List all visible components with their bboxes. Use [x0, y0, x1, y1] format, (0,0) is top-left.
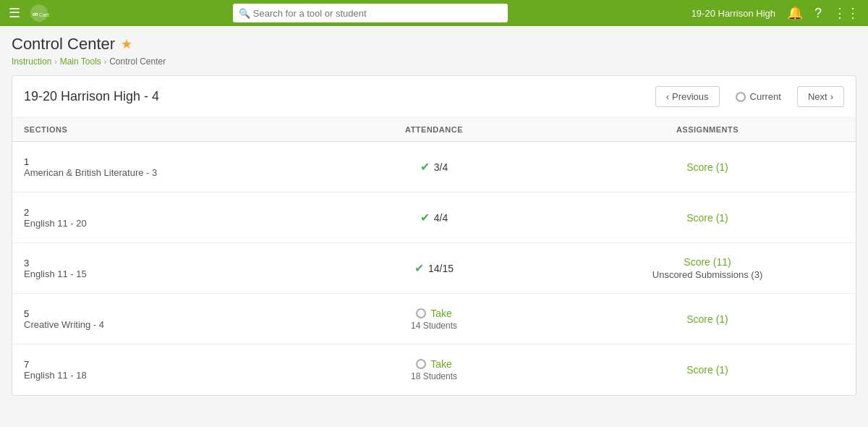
attendance-cell-0: ✔ 3/4 [297, 160, 571, 174]
svg-text:∞: ∞ [33, 9, 38, 18]
attendance-value: ✔ 4/4 [297, 211, 571, 224]
search-icon: 🔍 [239, 8, 250, 19]
score-link[interactable]: Score (1) [686, 212, 728, 224]
take-row: Take [416, 308, 452, 319]
score-link[interactable]: Score (11) [684, 256, 731, 268]
take-attendance-container: Take 18 Students [297, 358, 571, 381]
empty-circle-icon [416, 308, 426, 318]
attendance-number: 14/15 [428, 263, 454, 274]
table-row: 1 American & British Literature - 3 ✔ 3/… [12, 142, 856, 193]
section-name: American & British Literature - 3 [24, 167, 297, 178]
table-body: 1 American & British Literature - 3 ✔ 3/… [12, 142, 856, 395]
section-name: English 11 - 18 [24, 370, 297, 381]
current-label: Current [750, 91, 781, 102]
attendance-cell-2: ✔ 14/15 [297, 261, 571, 275]
breadcrumb-main-tools[interactable]: Main Tools [60, 56, 101, 67]
chevron-left-icon: ‹ [666, 91, 669, 102]
period-nav-controls: ‹ Previous Current Next › [655, 86, 844, 107]
nav-right: 19-20 Harrison High 🔔 ? ⋮⋮ [692, 5, 859, 21]
check-icon: ✔ [420, 211, 430, 224]
help-icon[interactable]: ? [814, 6, 822, 21]
breadcrumb-sep-1: › [54, 58, 56, 66]
check-icon: ✔ [414, 261, 424, 275]
take-row: Take [416, 358, 452, 370]
card-header: 19-20 Harrison High - 4 ‹ Previous Curre… [12, 76, 856, 118]
attendance-value: ✔ 3/4 [297, 160, 571, 174]
assignments-cell-2: Score (11)Unscored Submissions (3) [571, 256, 844, 280]
section-num: 7 [24, 359, 297, 370]
breadcrumb-instruction[interactable]: Instruction [12, 56, 51, 67]
table-row: 5 Creative Writing - 4 Take 14 Students … [12, 294, 856, 344]
section-num: 3 [24, 258, 297, 269]
assignments-cell-0: Score (1) [571, 161, 844, 173]
apps-icon[interactable]: ⋮⋮ [833, 5, 859, 21]
breadcrumb: Instruction › Main Tools › Control Cente… [12, 56, 856, 67]
attendance-cell-1: ✔ 4/4 [297, 211, 571, 224]
section-name: English 11 - 15 [24, 269, 297, 279]
logo-icon: ∞ Campus [29, 3, 49, 23]
previous-label: Previous [672, 91, 709, 102]
attendance-cell-3: Take 14 Students [297, 308, 571, 331]
card-title: 19-20 Harrison High - 4 [24, 89, 159, 104]
students-count: 14 Students [411, 321, 457, 331]
table-row: 7 English 11 - 18 Take 18 Students Score… [12, 344, 856, 395]
take-label[interactable]: Take [430, 358, 452, 370]
section-num: 2 [24, 207, 297, 218]
section-num: 5 [24, 308, 297, 319]
page-title: Control Center [12, 35, 115, 54]
section-cell-1: 2 English 11 - 20 [24, 207, 297, 229]
next-button[interactable]: Next › [797, 86, 844, 107]
svg-text:Campus: Campus [39, 12, 49, 18]
unscored-label: Unscored Submissions (3) [571, 269, 844, 280]
section-name: English 11 - 20 [24, 218, 297, 229]
assignments-cell-1: Score (1) [571, 212, 844, 224]
breadcrumb-current: Control Center [109, 56, 166, 67]
assignments-cell-3: Score (1) [571, 313, 844, 325]
current-button[interactable]: Current [726, 87, 791, 106]
main-card: 19-20 Harrison High - 4 ‹ Previous Curre… [12, 75, 856, 396]
section-cell-4: 7 English 11 - 18 [24, 359, 297, 381]
section-cell-2: 3 English 11 - 15 [24, 258, 297, 279]
score-link[interactable]: Score (1) [686, 364, 728, 376]
top-navigation: ☰ ∞ Campus 🔍 19-20 Harrison High 🔔 ? ⋮⋮ [0, 0, 868, 26]
empty-circle-icon [416, 359, 426, 369]
score-link[interactable]: Score (1) [686, 161, 728, 173]
attendance-cell-4: Take 18 Students [297, 358, 571, 381]
students-count: 18 Students [411, 371, 457, 381]
bell-icon[interactable]: 🔔 [787, 5, 803, 21]
table-row: 2 English 11 - 20 ✔ 4/4 Score (1) [12, 193, 856, 243]
col-header-assignments: ASSIGNMENTS [571, 125, 844, 134]
favorite-star-icon[interactable]: ★ [121, 36, 132, 52]
table-header: SECTIONS ATTENDANCE ASSIGNMENTS [12, 118, 856, 142]
search-wrapper: 🔍 [58, 4, 683, 22]
col-header-sections: SECTIONS [24, 125, 297, 134]
page-title-row: Control Center ★ [12, 35, 856, 54]
next-label: Next [808, 91, 827, 102]
check-icon: ✔ [420, 160, 430, 174]
hamburger-menu-icon[interactable]: ☰ [9, 5, 20, 21]
section-num: 1 [24, 156, 297, 167]
school-label: 19-20 Harrison High [692, 8, 775, 19]
chevron-right-icon: › [830, 91, 833, 102]
attendance-number: 4/4 [434, 212, 448, 224]
attendance-value: ✔ 14/15 [297, 261, 571, 275]
table-row: 3 English 11 - 15 ✔ 14/15 Score (11)Unsc… [12, 243, 856, 294]
attendance-number: 3/4 [434, 161, 448, 173]
search-input[interactable] [233, 4, 508, 22]
take-label[interactable]: Take [430, 308, 452, 319]
section-name: Creative Writing - 4 [24, 319, 297, 330]
section-cell-3: 5 Creative Writing - 4 [24, 308, 297, 330]
search-container: 🔍 [233, 4, 508, 22]
assignments-cell-4: Score (1) [571, 364, 844, 376]
section-cell-0: 1 American & British Literature - 3 [24, 156, 297, 178]
page-content: Control Center ★ Instruction › Main Tool… [0, 26, 868, 405]
logo: ∞ Campus [29, 3, 49, 23]
previous-button[interactable]: ‹ Previous [655, 86, 720, 107]
score-link[interactable]: Score (1) [686, 313, 728, 325]
current-circle-icon [736, 92, 746, 102]
col-header-attendance: ATTENDANCE [297, 125, 571, 134]
take-attendance-container: Take 14 Students [297, 308, 571, 331]
breadcrumb-sep-2: › [104, 58, 106, 66]
